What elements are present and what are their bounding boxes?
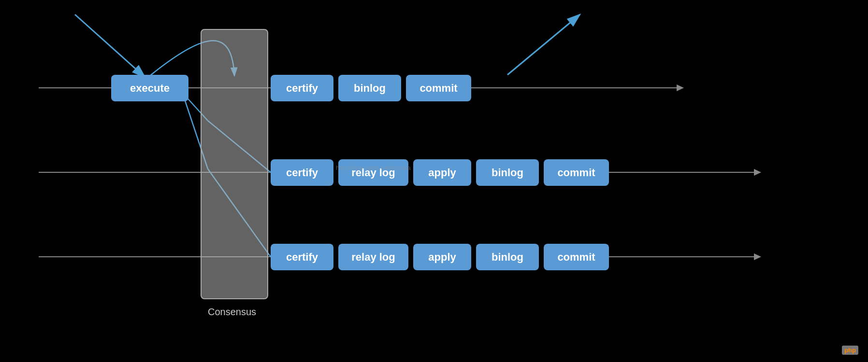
php-badge: php xyxy=(842,346,858,355)
row2-apply-node: apply xyxy=(413,159,471,186)
row2-commit-node: commit xyxy=(544,159,609,186)
consensus-label: Consensus xyxy=(208,306,256,318)
svg-marker-9 xyxy=(754,253,761,260)
watermark-text: http://blue-palm.net/monba xyxy=(336,164,411,171)
row3-apply-node: apply xyxy=(413,244,471,270)
row2-relaylog-node: relay log xyxy=(338,159,408,186)
row1-commit-node: commit xyxy=(406,75,471,101)
svg-marker-6 xyxy=(754,169,761,176)
svg-marker-3 xyxy=(677,84,684,91)
execute-node: execute xyxy=(111,75,188,101)
row3-relaylog-node: relay log xyxy=(338,244,408,270)
svg-line-10 xyxy=(75,14,145,77)
row2-binlog-node: binlog xyxy=(476,159,539,186)
row3-commit-node: commit xyxy=(544,244,609,270)
row3-binlog-node: binlog xyxy=(476,244,539,270)
svg-line-11 xyxy=(507,14,580,75)
row2-certify-node: certify xyxy=(271,159,333,186)
row1-binlog-node: binlog xyxy=(338,75,401,101)
row3-certify-node: certify xyxy=(271,244,333,270)
diagram-container: Consensus execute certify binlog commit … xyxy=(0,0,868,362)
consensus-box xyxy=(201,29,268,299)
row1-certify-node: certify xyxy=(271,75,333,101)
